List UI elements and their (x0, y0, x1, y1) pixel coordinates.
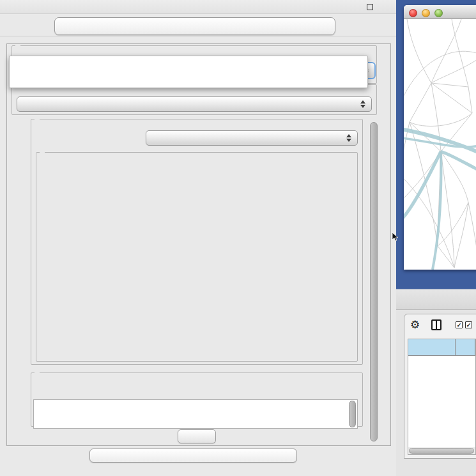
control-panel-titlebar (0, 0, 396, 14)
checkbox-checked-icon[interactable]: ✓ (465, 321, 472, 328)
table-header-row (408, 339, 475, 356)
node-attribute-table (408, 339, 476, 455)
mouse-cursor (392, 232, 399, 242)
float-window-icon[interactable] (367, 4, 373, 10)
application-window: ⚙ ✓ ✓ (0, 0, 476, 476)
column-header-name[interactable] (456, 339, 475, 356)
apply-button[interactable] (178, 429, 216, 443)
combo-arrows-icon (346, 134, 351, 142)
settings-scrollbar[interactable] (370, 122, 378, 441)
zoom-traffic-light-icon[interactable] (434, 9, 443, 17)
control-panel-tabstrip (54, 17, 335, 35)
number-of-intervals-combobox[interactable] (146, 130, 358, 146)
table-horizontal-scrollbar[interactable] (408, 447, 475, 454)
checkbox-checked-icon[interactable]: ✓ (456, 321, 463, 328)
close-traffic-light-icon[interactable] (409, 9, 417, 17)
cyni-bottom-tabstrip (89, 449, 297, 463)
table-panel-header (396, 289, 476, 310)
network-window-titlebar (404, 5, 476, 19)
minimize-traffic-light-icon[interactable] (422, 9, 430, 17)
tabstrip-divider (0, 36, 396, 36)
gear-icon[interactable]: ⚙ (410, 318, 420, 332)
column-header-shared-name[interactable] (408, 339, 456, 356)
attributes-list-scrollbar[interactable] (349, 401, 356, 427)
algorithm-dropdown-popup (9, 56, 368, 88)
numerical-attributes-list[interactable] (33, 399, 358, 429)
thresholds-group (36, 152, 358, 362)
network-canvas[interactable] (404, 19, 476, 270)
split-table-icon[interactable] (431, 319, 441, 330)
network-view-window (404, 5, 476, 270)
combo-arrows-icon (360, 100, 365, 108)
table-data-combobox[interactable] (17, 96, 372, 112)
